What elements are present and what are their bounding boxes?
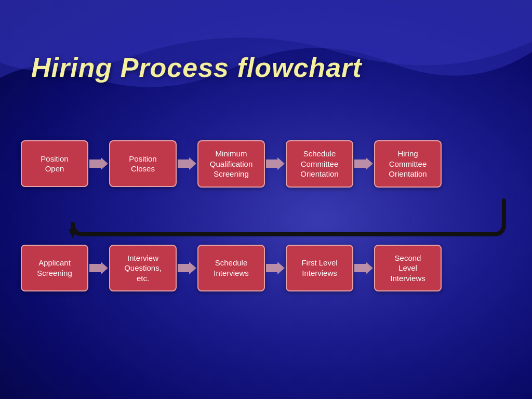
svg-marker-8 <box>354 262 373 274</box>
flow-row-2: ApplicantScreening InterviewQuestions,et… <box>21 245 511 292</box>
connector-svg <box>21 198 511 240</box>
flow-arrow <box>353 157 374 170</box>
flow-arrow <box>177 262 197 274</box>
flow-arrow <box>265 262 286 274</box>
flow-arrow <box>88 262 109 274</box>
svg-marker-7 <box>266 262 285 274</box>
flow-arrow <box>353 262 374 274</box>
svg-marker-3 <box>354 157 373 170</box>
flow-box-min-qual: MinimumQualificationScreening <box>197 140 265 188</box>
svg-marker-1 <box>178 157 196 170</box>
flow-box-first-level: First LevelInterviews <box>286 245 353 291</box>
flow-arrow <box>265 157 286 170</box>
connector <box>21 198 511 240</box>
flow-box-second-level: SecondLevelInterviews <box>374 245 442 292</box>
svg-marker-2 <box>266 157 285 170</box>
svg-marker-6 <box>178 262 196 274</box>
flow-box-hiring-committee: HiringCommitteeOrientation <box>374 140 442 188</box>
flow-arrow <box>88 157 109 170</box>
svg-marker-0 <box>89 157 108 170</box>
flow-box-applicant-screening: ApplicantScreening <box>21 245 88 291</box>
svg-marker-5 <box>89 262 108 274</box>
flow-box-interview-questions: InterviewQuestions,etc. <box>109 245 177 292</box>
flow-box-schedule-committee: ScheduleCommitteeOrientation <box>286 140 353 188</box>
flow-box-schedule-interviews: ScheduleInterviews <box>197 245 265 291</box>
flow-box-position-closes: PositionCloses <box>109 140 177 187</box>
flow-box-position-open: PositionOpen <box>21 140 88 187</box>
slide: Hiring Process flowchart PositionOpen Po… <box>0 0 532 399</box>
flow-row-1: PositionOpen PositionCloses MinimumQuali… <box>21 140 511 188</box>
flowchart: PositionOpen PositionCloses MinimumQuali… <box>21 140 511 291</box>
slide-title: Hiring Process flowchart <box>31 52 362 83</box>
flow-arrow <box>177 157 197 170</box>
